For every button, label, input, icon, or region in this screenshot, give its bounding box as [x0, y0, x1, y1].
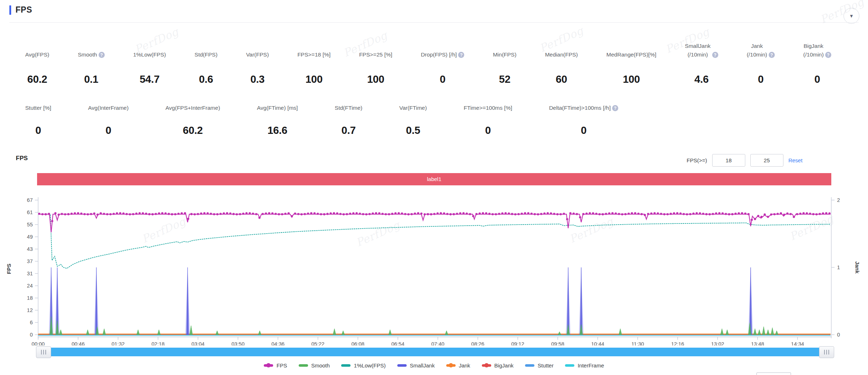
legend-item[interactable]: InterFrame [565, 362, 604, 369]
legend-item[interactable]: Stutter [525, 362, 553, 369]
legend-marker-icon [264, 364, 273, 367]
svg-text:04:36: 04:36 [271, 341, 284, 345]
stat-value: 60.2 [27, 73, 47, 85]
svg-text:08:26: 08:26 [471, 341, 484, 345]
legend-item[interactable]: Jank [446, 362, 470, 369]
stat-value: 60 [556, 73, 567, 85]
stat-item: BigJank (/10min) ? 0 [803, 39, 831, 85]
stat-label: FTime>=100ms [%] [464, 92, 512, 112]
stat-label-text: FTime>=100ms [%] [464, 104, 512, 112]
help-icon[interactable]: ? [712, 52, 718, 58]
chart-title: FPS [16, 155, 28, 162]
fps-threshold-high-input[interactable] [750, 154, 783, 167]
stat-value: 0.3 [250, 73, 265, 85]
stat-label-text: BigJank (/10min) [803, 42, 824, 59]
legend-item[interactable]: Smooth [299, 362, 330, 369]
stat-label-text: Delta(FTime)>100ms [/h] [549, 104, 611, 112]
stat-item: Stutter [%] 0 [25, 92, 51, 136]
grip-icon [828, 350, 829, 354]
help-icon[interactable]: ? [99, 52, 105, 58]
stat-value: 100 [367, 73, 384, 85]
stat-value: 0 [485, 125, 491, 136]
svg-text:0: 0 [30, 332, 33, 338]
stat-label-text: Avg(FPS+InterFrame) [166, 104, 220, 112]
label-banner[interactable]: label1 [37, 173, 831, 185]
svg-text:05:22: 05:22 [311, 341, 324, 345]
stat-label: Avg(FTime) [ms] [257, 92, 298, 112]
stat-label-text: 1%Low(FPS) [133, 50, 166, 59]
stat-item: Avg(FPS) 60.2 [25, 39, 49, 85]
stat-label: Avg(InterFrame) [88, 92, 129, 112]
stat-item: Jank (/10min) ? 0 [747, 39, 775, 85]
svg-text:12: 12 [27, 307, 33, 313]
stat-item: MedRange(FPS)[%] 100 [606, 39, 656, 85]
fps-chart[interactable]: 676155494337312418126021000:0000:4601:32… [0, 194, 868, 345]
stat-label-text: Drop(FPS) [/h] [421, 50, 457, 59]
stat-item: 1%Low(FPS) 54.7 [133, 39, 166, 85]
accent-bar [9, 5, 11, 15]
scrollbar-left-handle[interactable] [36, 346, 51, 358]
legend-label: Stutter [538, 362, 553, 369]
stat-label: Median(FPS) [545, 39, 578, 59]
stat-item: FPS>=25 [%] 100 [359, 39, 392, 85]
svg-text:24: 24 [27, 283, 33, 289]
help-icon[interactable]: ? [612, 105, 618, 111]
stat-item: FTime>=100ms [%] 0 [464, 92, 512, 136]
legend-label: 1%Low(FPS) [354, 362, 385, 369]
collapse-button[interactable]: ▼ [844, 8, 859, 24]
stat-label: SmallJank (/10min) ? [685, 39, 718, 59]
legend-item[interactable]: BigJank [482, 362, 514, 369]
svg-text:Jank: Jank [854, 261, 860, 274]
fps-threshold-low-input[interactable] [712, 154, 745, 167]
svg-text:6: 6 [30, 320, 33, 325]
legend-item[interactable]: 1%Low(FPS) [341, 362, 385, 369]
stat-value: 0 [581, 125, 587, 136]
reset-link[interactable]: Reset [788, 157, 803, 163]
stat-item: Std(FPS) 0.6 [195, 39, 218, 85]
stat-label: FPS>=18 [%] [297, 39, 330, 59]
stat-label: Avg(FPS) [25, 39, 49, 59]
stat-item: Avg(FTime) [ms] 16.6 [257, 92, 298, 136]
grip-icon [41, 350, 42, 354]
stat-label: Avg(FPS+InterFrame) [166, 92, 220, 112]
chart-scrollbar-track[interactable] [38, 348, 820, 356]
stat-label-text: Avg(FTime) [ms] [257, 104, 298, 112]
stat-value: 0.6 [199, 73, 213, 85]
svg-text:02:18: 02:18 [152, 341, 164, 345]
svg-text:11:30: 11:30 [631, 341, 644, 345]
stat-item: Median(FPS) 60 [545, 39, 578, 85]
stat-label-text: Avg(FPS) [25, 50, 49, 59]
svg-text:13:02: 13:02 [711, 341, 724, 345]
stat-item: Smooth ? 0.1 [78, 39, 104, 85]
svg-text:06:54: 06:54 [391, 341, 404, 345]
scrollbar-right-handle[interactable] [819, 346, 834, 358]
svg-text:31: 31 [27, 271, 33, 276]
stat-value: 52 [499, 73, 511, 85]
svg-text:07:40: 07:40 [431, 341, 444, 345]
grip-icon [824, 350, 825, 354]
legend-label: SmallJank [410, 362, 435, 369]
stat-label-text: Std(FTime) [335, 104, 362, 112]
legend-item[interactable]: SmallJank [397, 362, 435, 369]
stats-row-1: Avg(FPS) 60.2 Smooth ? 0.1 1%Low(FPS) 54… [25, 39, 831, 85]
stat-value: 0 [758, 73, 764, 85]
legend-item[interactable]: FPS [264, 362, 287, 369]
stat-value: 100 [623, 73, 640, 85]
stat-label-text: Stutter [%] [25, 104, 51, 112]
stat-value: 54.7 [140, 73, 159, 85]
help-icon[interactable]: ? [825, 52, 831, 58]
stat-value: 0 [105, 125, 111, 136]
svg-text:03:04: 03:04 [191, 341, 204, 345]
svg-text:1: 1 [837, 265, 840, 270]
svg-text:09:12: 09:12 [511, 341, 524, 345]
stat-label-text: MedRange(FPS)[%] [606, 50, 656, 59]
help-icon[interactable]: ? [458, 52, 464, 58]
legend-label: FPS [276, 362, 287, 369]
grip-icon [45, 350, 46, 354]
svg-text:09:58: 09:58 [551, 341, 564, 345]
partial-input-box[interactable] [756, 372, 791, 375]
help-icon[interactable]: ? [769, 52, 775, 58]
stat-label: FPS>=25 [%] [359, 39, 392, 59]
stat-item: FPS>=18 [%] 100 [297, 39, 330, 85]
stat-item: Min(FPS) 52 [493, 39, 516, 85]
